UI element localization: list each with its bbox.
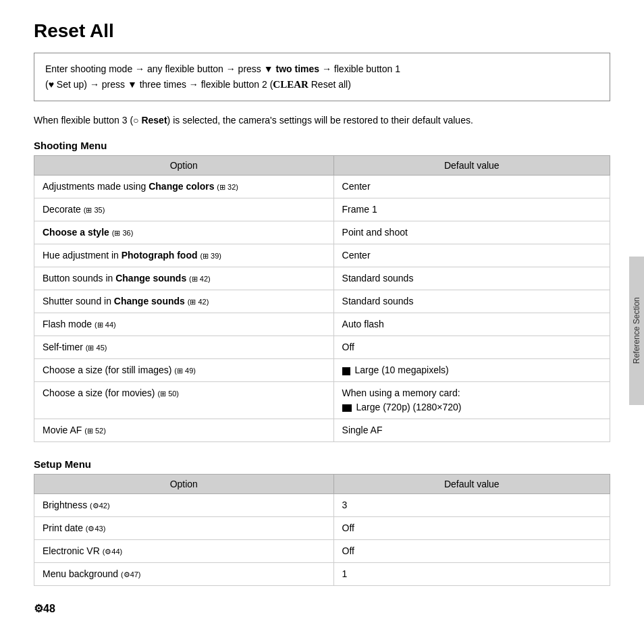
- table-row: Self-timer (⊞ 45) Off: [34, 336, 610, 359]
- table-cell-option: Button sounds in Change sounds (⊞ 42): [34, 267, 334, 290]
- table-cell-option: Choose a size (for still images) (⊞ 49): [34, 359, 334, 382]
- table-row: Shutter sound in Change sounds (⊞ 42) St…: [34, 290, 610, 313]
- table-cell-option: Choose a size (for movies) (⊞ 50): [34, 382, 334, 419]
- table-cell-default: Standard sounds: [333, 290, 610, 313]
- table-cell-default: Off: [333, 517, 610, 540]
- table-cell-option: Choose a style (⊞ 36): [34, 221, 334, 244]
- table-row: Movie AF (⊞ 52) Single AF: [34, 419, 610, 442]
- table-cell-default: Off: [333, 540, 610, 563]
- setup-menu-table: Option Default value Brightness (⚙42) 3 …: [34, 474, 610, 586]
- table-cell-default: Center: [333, 176, 610, 198]
- table-row: Adjustments made using Change colors (⊞ …: [34, 176, 610, 198]
- table-cell-default: 1: [333, 563, 610, 586]
- table-cell-default: Large (10 megapixels): [333, 359, 610, 382]
- shooting-option-header: Option: [34, 156, 334, 176]
- table-cell-option: Hue adjustment in Photograph food (⊞ 39): [34, 244, 334, 267]
- table-row: Print date (⚙43) Off: [34, 517, 610, 540]
- table-cell-option: Decorate (⊞ 35): [34, 198, 334, 221]
- table-cell-option: Electronic VR (⚙44): [34, 540, 334, 563]
- table-row: Brightness (⚙42) 3: [34, 494, 610, 517]
- table-cell-default: Single AF: [333, 419, 610, 442]
- table-cell-default: Point and shoot: [333, 221, 610, 244]
- table-cell-option: Brightness (⚙42): [34, 494, 334, 517]
- table-row: Electronic VR (⚙44) Off: [34, 540, 610, 563]
- page-footer: ⚙48: [34, 602, 610, 615]
- table-cell-option: Movie AF (⊞ 52): [34, 419, 334, 442]
- table-cell-option: Self-timer (⊞ 45): [34, 336, 334, 359]
- shooting-menu-table: Option Default value Adjustments made us…: [34, 155, 610, 442]
- table-cell-option: Adjustments made using Change colors (⊞ …: [34, 176, 334, 198]
- page-number: ⚙48: [34, 603, 55, 614]
- table-cell-default: Center: [333, 244, 610, 267]
- table-cell-option: Menu background (⚙47): [34, 563, 334, 586]
- page-title: Reset All: [34, 20, 610, 42]
- table-row: Menu background (⚙47) 1: [34, 563, 610, 586]
- table-row: Choose a style (⊞ 36) Point and shoot: [34, 221, 610, 244]
- instruction-line2: (♥ Set up) → press ▼ three times → flexi…: [45, 76, 599, 92]
- table-cell-default: Frame 1: [333, 198, 610, 221]
- table-cell-default: 3: [333, 494, 610, 517]
- setup-menu-title: Setup Menu: [34, 458, 610, 470]
- intro-text: When flexible button 3 (○ Reset) is sele…: [34, 113, 610, 128]
- table-row: Choose a size (for still images) (⊞ 49) …: [34, 359, 610, 382]
- table-cell-default: When using a memory card: Large (720p) (…: [333, 382, 610, 419]
- table-cell-option: Shutter sound in Change sounds (⊞ 42): [34, 290, 334, 313]
- table-cell-default: Standard sounds: [333, 267, 610, 290]
- setup-option-header: Option: [34, 475, 334, 494]
- table-cell-option: Print date (⚙43): [34, 517, 334, 540]
- instruction-box: Enter shooting mode → any flexible butto…: [34, 53, 610, 101]
- setup-default-header: Default value: [333, 475, 610, 494]
- table-row: Choose a size (for movies) (⊞ 50) When u…: [34, 382, 610, 419]
- table-cell-option: Flash mode (⊞ 44): [34, 313, 334, 336]
- table-cell-default: Auto flash: [333, 313, 610, 336]
- table-row: Hue adjustment in Photograph food (⊞ 39)…: [34, 244, 610, 267]
- table-row: Flash mode (⊞ 44) Auto flash: [34, 313, 610, 336]
- shooting-menu-title: Shooting Menu: [34, 140, 610, 151]
- table-cell-default: Off: [333, 336, 610, 359]
- shooting-default-header: Default value: [333, 156, 610, 176]
- table-row: Decorate (⊞ 35) Frame 1: [34, 198, 610, 221]
- instruction-line1: Enter shooting mode → any flexible butto…: [45, 61, 599, 76]
- sidebar-label: Reference Section: [629, 257, 644, 405]
- table-row: Button sounds in Change sounds (⊞ 42) St…: [34, 267, 610, 290]
